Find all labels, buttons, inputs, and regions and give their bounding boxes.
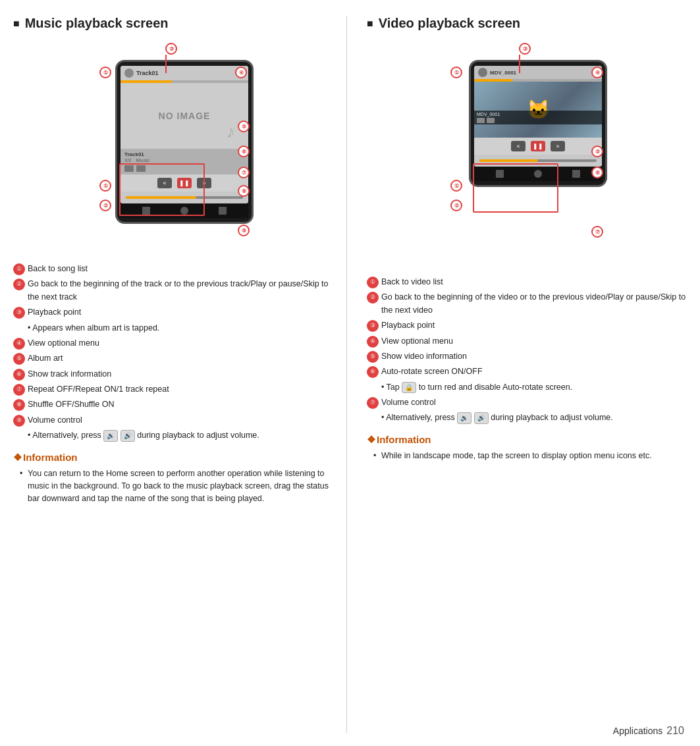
v-desc-num-2: ② bbox=[367, 292, 379, 304]
video-info-overlay: MDV_0001 bbox=[474, 111, 602, 124]
v-play-pause-btn[interactable]: ❚❚ bbox=[531, 141, 545, 151]
callout-7: ⑦ bbox=[238, 167, 250, 178]
music-controls[interactable]: « ❚❚ » bbox=[121, 174, 248, 192]
video-desc-list: ① Back to video list ② Go back to the be… bbox=[367, 276, 687, 425]
desc-item-6: ⑥ Show track information bbox=[13, 368, 333, 381]
desc-num-6: ⑥ bbox=[13, 369, 25, 381]
v-desc-bullet-7: • Alternatively, press 🔉 🔊 during playba… bbox=[381, 412, 613, 424]
home-nav-icon bbox=[180, 207, 188, 215]
v-desc-num-5: ⑤ bbox=[367, 351, 379, 363]
desc-item-5: ⑤ Album art bbox=[13, 352, 333, 365]
prev-btn[interactable]: « bbox=[157, 178, 172, 188]
desc-item-9: ⑨ Volume control bbox=[13, 414, 333, 427]
v-callout-4: ④ bbox=[591, 67, 603, 78]
v-desc-item-6-sub: • Tap 🔒 to turn red and disable Auto-rot… bbox=[367, 381, 687, 394]
callout-1a: ① bbox=[99, 67, 111, 78]
v-desc-item-2: ② Go back to the beginning of the video … bbox=[367, 291, 687, 317]
v-callout-7: ⑦ bbox=[591, 226, 603, 238]
track-icons-row bbox=[124, 165, 244, 172]
music-icon bbox=[124, 68, 134, 78]
desc-text-8: Shuffle OFF/Shuffle ON bbox=[28, 398, 115, 411]
callout-4: ④ bbox=[235, 67, 247, 78]
no-image-text: NO IMAGE bbox=[159, 111, 211, 121]
desc-text-4: View optional menu bbox=[28, 337, 99, 350]
video-ctrl-overlay bbox=[477, 118, 599, 123]
music-desc-list: ① Back to song list ② Go back to the beg… bbox=[13, 263, 333, 442]
v-desc-text-6: Auto-rotate screen ON/OFF bbox=[381, 365, 483, 378]
v-callout-2: ② bbox=[450, 200, 462, 211]
desc-text-1: Back to song list bbox=[28, 263, 88, 275]
v-volume-fill bbox=[479, 159, 538, 162]
video-controls[interactable]: « ❚❚ » bbox=[474, 138, 602, 155]
overlay-icon1 bbox=[477, 118, 485, 123]
v-desc-num-6: ⑥ bbox=[367, 366, 379, 378]
desc-item-8: ⑧ Shuffle OFF/Shuffle ON bbox=[13, 398, 333, 411]
next-btn[interactable]: » bbox=[197, 178, 211, 188]
left-panel: Music playback screen ① ③ ④ ⑤ ⑥ ⑦ ⑧ ① ② … bbox=[13, 16, 347, 733]
v-desc-text-5: Show video information bbox=[381, 350, 467, 363]
callout-6: ⑥ bbox=[238, 146, 250, 157]
music-topbar: Track01 ⋮ bbox=[121, 66, 248, 80]
track-name-topbar: Track01 bbox=[136, 70, 159, 76]
music-mockup-wrapper: ① ③ ④ ⑤ ⑥ ⑦ ⑧ ① ② ⑨ bbox=[94, 41, 252, 252]
desc-text-6: Show track information bbox=[28, 368, 111, 381]
page-footer: Applications 210 bbox=[613, 725, 684, 737]
desc-text-9: Volume control bbox=[28, 414, 82, 427]
v-vol-key-down: 🔉 bbox=[457, 412, 471, 424]
page-container: Music playback screen ① ③ ④ ⑤ ⑥ ⑦ ⑧ ① ② … bbox=[0, 0, 700, 746]
v-desc-bullet-6: • Tap 🔒 to turn red and disable Auto-rot… bbox=[381, 381, 572, 394]
callout-1b: ① bbox=[99, 180, 111, 192]
music-info-section: Information You can return to the Home s… bbox=[13, 452, 333, 506]
v-back-nav bbox=[496, 170, 504, 178]
desc-item-3-sub: • Appears when album art is tapped. bbox=[13, 322, 333, 334]
video-topbar: MDV_0001 ⋮ bbox=[474, 66, 602, 79]
callout-8: ⑧ bbox=[238, 185, 250, 197]
desc-num-7: ⑦ bbox=[13, 384, 25, 396]
v-desc-item-1: ① Back to video list bbox=[367, 276, 687, 288]
desc-bullet-9: • Alternatively, press 🔉 🔊 during playba… bbox=[28, 429, 259, 442]
volume-fill bbox=[126, 196, 196, 199]
back-nav-icon bbox=[142, 207, 150, 215]
v-desc-num-7: ⑦ bbox=[367, 397, 379, 409]
vol-key-down: 🔉 bbox=[103, 430, 118, 442]
v-prev-btn[interactable]: « bbox=[511, 141, 525, 151]
callout-3a: ③ bbox=[165, 43, 177, 55]
footer-label: Applications bbox=[613, 726, 663, 736]
right-panel: Video playback screen ① ③ ④ ⑤ ⑥ ① ② ⑦ bbox=[347, 16, 687, 733]
repeat-icon bbox=[124, 165, 134, 172]
v-desc-num-4: ④ bbox=[367, 336, 379, 348]
desc-num-9: ⑨ bbox=[13, 415, 25, 427]
desc-num-2: ② bbox=[13, 279, 25, 290]
track-xx: XX bbox=[124, 157, 132, 163]
desc-text-2: Go back to the beginning of the track or… bbox=[28, 278, 333, 304]
desc-item-2: ② Go back to the beginning of the track … bbox=[13, 278, 333, 304]
desc-item-3: ③ Playback point bbox=[13, 306, 333, 319]
video-phone: MDV_0001 ⋮ 🐱 MDV_0001 bbox=[469, 60, 582, 187]
video-icon bbox=[478, 68, 487, 77]
right-section-title: Video playback screen bbox=[367, 16, 687, 31]
desc-text-7: Repeat OFF/Repeat ON/1 track repeat bbox=[28, 383, 169, 396]
phone-body: Track01 ⋮ NO IMAGE ♪ bbox=[115, 60, 254, 224]
video-info-section: Information While in landscape mode, tap… bbox=[367, 434, 687, 462]
desc-num-5: ⑤ bbox=[13, 353, 25, 365]
v-next-btn[interactable]: » bbox=[551, 141, 565, 151]
v-volume-bar bbox=[479, 159, 597, 162]
lock-icon-inline: 🔒 bbox=[402, 382, 416, 394]
v-desc-text-4: View optional menu bbox=[381, 335, 453, 348]
track-genre: Music bbox=[136, 157, 149, 163]
v-desc-text-3: Playback point bbox=[381, 319, 435, 332]
desc-num-8: ⑧ bbox=[13, 399, 25, 411]
v-desc-item-7: ⑦ Volume control bbox=[367, 396, 687, 409]
menu-nav-icon bbox=[219, 207, 227, 215]
v-callout-1b: ① bbox=[450, 180, 462, 192]
v-volume-section bbox=[474, 155, 602, 167]
v-callout-5: ⑤ bbox=[591, 146, 603, 157]
desc-num-1: ① bbox=[13, 263, 25, 275]
callout-9: ⑨ bbox=[238, 225, 250, 236]
desc-num-4: ④ bbox=[13, 338, 25, 350]
v-desc-text-7: Volume control bbox=[381, 396, 436, 409]
video-info-title: Information bbox=[367, 434, 687, 446]
video-mockup-wrapper: ① ③ ④ ⑤ ⑥ ① ② ⑦ MDV_0001 ⋮ bbox=[448, 41, 606, 265]
play-pause-btn[interactable]: ❚❚ bbox=[177, 178, 192, 188]
music-phone: Track01 ⋮ NO IMAGE ♪ bbox=[115, 60, 229, 224]
